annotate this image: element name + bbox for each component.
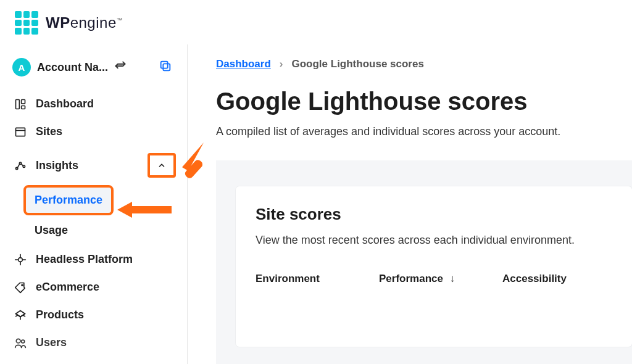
swap-icon[interactable]	[114, 60, 127, 75]
svg-rect-4	[22, 105, 25, 109]
sidebar-item-headless[interactable]: Headless Platform	[9, 246, 178, 273]
copy-icon[interactable]	[159, 59, 175, 75]
sidebar-item-ecommerce[interactable]: eCommerce	[9, 273, 178, 301]
brand-logo-icon	[15, 11, 38, 35]
page-subtitle: A compiled list of averages and individu…	[216, 125, 632, 138]
sidebar-subitem-usage[interactable]: Usage	[26, 218, 178, 243]
sidebar-item-label: Products	[36, 308, 84, 321]
sidebar-nav-continued: Headless Platform eCommerce Products Use…	[9, 246, 178, 357]
svg-point-11	[16, 339, 20, 343]
site-scores-card: Site scores View the most recent scores …	[236, 186, 632, 347]
sidebar: A Account Na... Dashboard Sites	[0, 44, 188, 364]
sidebar-item-dashboard[interactable]: Dashboard	[9, 90, 178, 118]
svg-rect-5	[16, 128, 25, 136]
headless-icon	[14, 254, 27, 266]
dashboard-icon	[14, 98, 27, 110]
sites-icon	[14, 126, 27, 138]
insights-submenu: Performance Usage	[9, 185, 178, 243]
card-subtitle: View the most recent scores across each …	[256, 234, 612, 247]
sidebar-item-insights[interactable]: Insights	[9, 146, 178, 185]
svg-point-10	[22, 284, 23, 286]
brand-logo-text: WPengine™	[46, 14, 123, 31]
sidebar-item-label: eCommerce	[36, 281, 99, 294]
users-icon	[14, 337, 27, 349]
ecommerce-icon	[14, 281, 27, 294]
sidebar-item-label: Users	[36, 336, 67, 349]
sort-desc-icon: ↓	[450, 273, 455, 284]
sidebar-item-label: Insights	[36, 159, 78, 172]
sidebar-subitem-performance[interactable]: Performance	[26, 188, 111, 213]
sidebar-item-label: Sites	[36, 125, 62, 138]
main-content: Dashboard › Google Lighthouse scores Goo…	[188, 44, 632, 364]
score-table-header: Environment Performance ↓ Accessibility …	[256, 273, 612, 285]
brand-header: WPengine™	[0, 0, 632, 44]
breadcrumb-dashboard[interactable]: Dashboard	[216, 58, 271, 70]
column-accessibility[interactable]: Accessibility	[502, 273, 632, 285]
products-icon	[14, 309, 27, 321]
column-performance[interactable]: Performance ↓	[379, 273, 502, 285]
chevron-up-icon[interactable]	[148, 153, 176, 178]
sidebar-item-users[interactable]: Users	[9, 329, 178, 357]
sidebar-nav: Dashboard Sites Insights	[9, 90, 178, 185]
breadcrumb: Dashboard › Google Lighthouse scores	[216, 58, 632, 70]
sidebar-item-label: Headless Platform	[36, 253, 133, 266]
scores-panel: Site scores View the most recent scores …	[216, 160, 632, 364]
sidebar-item-products[interactable]: Products	[9, 301, 178, 329]
column-performance-label: Performance	[379, 273, 443, 284]
svg-rect-0	[163, 64, 170, 70]
account-avatar: A	[12, 58, 31, 77]
svg-rect-1	[161, 62, 168, 68]
sidebar-item-label: Dashboard	[36, 97, 94, 110]
column-environment[interactable]: Environment	[256, 273, 379, 285]
svg-rect-3	[22, 99, 25, 104]
card-title: Site scores	[256, 205, 612, 224]
insights-icon	[14, 159, 27, 172]
account-name: Account Na...	[37, 61, 108, 74]
account-switcher[interactable]: A Account Na...	[9, 56, 178, 90]
sidebar-item-sites[interactable]: Sites	[9, 118, 178, 146]
breadcrumb-current: Google Lighthouse scores	[291, 58, 423, 70]
page-title: Google Lighthouse scores	[216, 88, 632, 115]
chevron-right-icon: ›	[280, 58, 283, 70]
svg-point-12	[22, 340, 25, 343]
svg-rect-2	[16, 99, 20, 109]
